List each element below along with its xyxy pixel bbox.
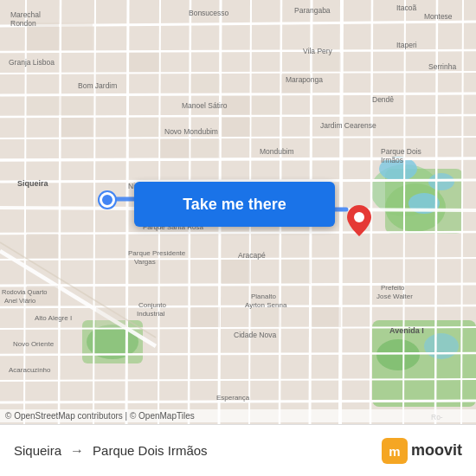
svg-text:Rodovia Quarto: Rodovia Quarto bbox=[2, 288, 48, 296]
svg-text:Esperança: Esperança bbox=[216, 394, 250, 402]
moovit-logo-text: moovit bbox=[411, 441, 462, 460]
svg-text:Alto Alegre I: Alto Alegre I bbox=[35, 314, 72, 322]
svg-point-6 bbox=[428, 173, 454, 190]
svg-point-9 bbox=[424, 333, 459, 359]
bottom-bar: Siqueira → Parque Dois Irmãos m moovit bbox=[0, 424, 476, 476]
svg-text:Novo Mondubim: Novo Mondubim bbox=[164, 127, 218, 136]
svg-text:Vargas: Vargas bbox=[134, 258, 156, 266]
svg-text:Serrinha: Serrinha bbox=[428, 62, 456, 71]
svg-text:Siqueira: Siqueira bbox=[17, 179, 49, 188]
destination-marker bbox=[347, 205, 371, 240]
svg-rect-66 bbox=[191, 307, 220, 327]
svg-text:Avenida I: Avenida I bbox=[389, 326, 424, 335]
svg-text:Jardim Cearense: Jardim Cearense bbox=[320, 121, 376, 130]
origin-marker bbox=[100, 192, 115, 208]
svg-text:Parque Dois: Parque Dois bbox=[381, 147, 421, 156]
destination-label: Parque Dois Irmãos bbox=[93, 443, 208, 458]
svg-point-8 bbox=[376, 339, 420, 370]
svg-text:m: m bbox=[389, 444, 400, 459]
svg-text:Novo Oriente: Novo Oriente bbox=[13, 340, 55, 348]
svg-rect-57 bbox=[252, 96, 280, 115]
svg-text:Manoel Sátiro: Manoel Sátiro bbox=[182, 101, 228, 110]
svg-text:Marechal: Marechal bbox=[10, 10, 41, 19]
svg-text:Planalto: Planalto bbox=[251, 293, 276, 300]
svg-line-32 bbox=[126, 0, 128, 424]
moovit-logo-icon: m bbox=[382, 438, 408, 464]
origin-label: Siqueira bbox=[14, 443, 61, 458]
svg-text:Anel Viário: Anel Viário bbox=[4, 297, 35, 305]
svg-rect-54 bbox=[160, 139, 190, 158]
svg-rect-68 bbox=[312, 307, 341, 327]
svg-rect-56 bbox=[222, 118, 250, 137]
route-info: Siqueira → Parque Dois Irmãos bbox=[14, 443, 382, 459]
svg-rect-63 bbox=[281, 260, 311, 284]
svg-rect-51 bbox=[27, 96, 93, 115]
svg-text:Mondubim: Mondubim bbox=[260, 147, 294, 156]
svg-rect-55 bbox=[190, 139, 220, 158]
svg-rect-53 bbox=[128, 118, 158, 137]
svg-text:Dendê: Dendê bbox=[372, 95, 394, 104]
svg-text:Granja Lisboa: Granja Lisboa bbox=[9, 58, 55, 67]
svg-text:Montese: Montese bbox=[424, 12, 453, 21]
svg-text:Conjunto: Conjunto bbox=[138, 301, 167, 309]
svg-point-109 bbox=[354, 212, 364, 222]
svg-text:Itacoã: Itacoã bbox=[396, 3, 416, 12]
svg-text:Prefeito: Prefeito bbox=[381, 284, 405, 292]
svg-text:José Walter: José Walter bbox=[376, 293, 413, 300]
svg-text:Ayrton Senna: Ayrton Senna bbox=[245, 301, 287, 309]
svg-text:Bonsucesso: Bonsucesso bbox=[189, 9, 229, 17]
svg-text:Bom Jardim: Bom Jardim bbox=[78, 81, 117, 90]
svg-rect-59 bbox=[312, 53, 341, 72]
svg-text:Rondon: Rondon bbox=[10, 19, 36, 28]
svg-text:Aracapé: Aracapé bbox=[238, 251, 266, 260]
svg-text:Acaracuzinho: Acaracuzinho bbox=[9, 366, 51, 374]
svg-text:Vila Pery: Vila Pery bbox=[303, 47, 333, 55]
svg-text:Parangaba: Parangaba bbox=[294, 6, 331, 15]
svg-rect-65 bbox=[96, 307, 127, 327]
svg-rect-48 bbox=[129, 53, 159, 72]
svg-rect-67 bbox=[252, 307, 280, 327]
map-container: Marechal Rondon Bonsucesso Parangaba Ita… bbox=[0, 0, 476, 424]
svg-rect-60 bbox=[27, 234, 58, 258]
svg-rect-49 bbox=[190, 74, 220, 93]
attribution-text: © OpenStreetMap contributors | © OpenMap… bbox=[5, 411, 195, 421]
arrow-icon: → bbox=[70, 443, 84, 459]
attribution-bar: © OpenStreetMap contributors | © OpenMap… bbox=[0, 409, 476, 422]
svg-text:Cidade Nova: Cidade Nova bbox=[234, 331, 276, 339]
svg-rect-62 bbox=[222, 260, 250, 284]
svg-text:Industrial: Industrial bbox=[137, 310, 165, 318]
svg-text:Irmãos: Irmãos bbox=[381, 156, 403, 164]
svg-text:Parque Presidente: Parque Presidente bbox=[128, 249, 186, 257]
take-me-there-button[interactable]: Take me there bbox=[134, 182, 335, 227]
moovit-logo: m moovit bbox=[382, 438, 462, 464]
svg-text:Maraponga: Maraponga bbox=[286, 75, 323, 84]
svg-rect-47 bbox=[61, 23, 93, 50]
svg-text:Itaperi: Itaperi bbox=[396, 41, 417, 49]
svg-rect-52 bbox=[61, 118, 93, 137]
